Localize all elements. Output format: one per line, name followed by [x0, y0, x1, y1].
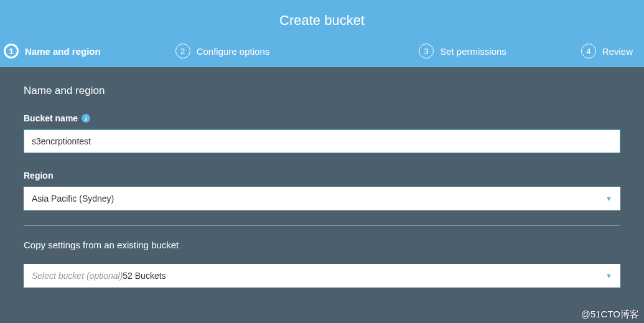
step-label: Configure options	[197, 46, 270, 57]
step-label: Name and region	[25, 46, 101, 57]
copy-bucket-value: Select bucket (optional)52 Buckets	[32, 271, 166, 281]
region-label: Region	[24, 171, 620, 180]
copy-bucket-count: 52 Buckets	[123, 271, 166, 281]
step-label: Set permissions	[440, 46, 506, 57]
wizard-steps: 1 Name and region 2 Configure options 3 …	[0, 44, 644, 67]
step-name-and-region[interactable]: 1 Name and region	[4, 44, 101, 59]
step-number: 2	[175, 44, 190, 59]
step-label: Review	[602, 46, 633, 57]
chevron-down-icon: ▼	[605, 195, 612, 202]
chevron-down-icon: ▼	[605, 272, 612, 279]
step-number: 4	[581, 44, 596, 59]
step-configure-options[interactable]: 2 Configure options	[175, 44, 270, 59]
copy-bucket-placeholder: Select bucket (optional)	[32, 271, 123, 281]
bucket-name-input[interactable]	[24, 129, 620, 153]
info-icon[interactable]: i	[82, 114, 90, 123]
divider	[24, 225, 620, 226]
bucket-name-label: Bucket name i	[24, 113, 620, 123]
section-heading: Name and region	[24, 85, 620, 97]
bucket-name-label-text: Bucket name	[24, 113, 78, 123]
step-set-permissions[interactable]: 3 Set permissions	[419, 44, 506, 59]
step-review[interactable]: 4 Review	[581, 44, 633, 59]
copy-settings-heading: Copy settings from an existing bucket	[24, 240, 620, 250]
watermark: @51CTO博客	[581, 309, 639, 321]
copy-bucket-select[interactable]: Select bucket (optional)52 Buckets ▼	[24, 264, 620, 288]
wizard-content: Name and region Bucket name i Region Asi…	[0, 67, 644, 300]
region-value: Asia Pacific (Sydney)	[32, 194, 114, 204]
step-number: 1	[4, 44, 19, 59]
step-number: 3	[419, 44, 434, 59]
wizard-header: Create bucket 1 Name and region 2 Config…	[0, 0, 644, 67]
dialog-title: Create bucket	[0, 12, 644, 44]
region-select[interactable]: Asia Pacific (Sydney) ▼	[24, 187, 620, 210]
